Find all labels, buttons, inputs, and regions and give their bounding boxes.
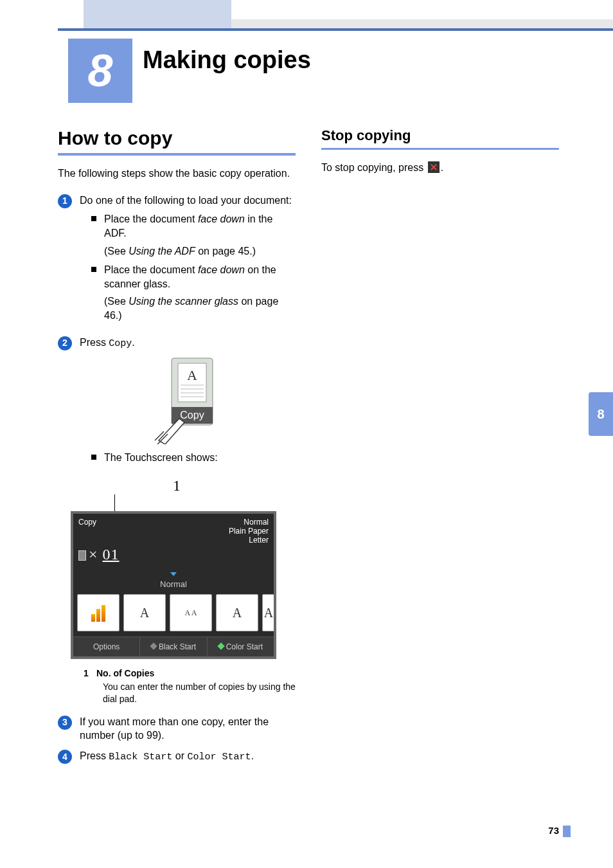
intro-text: The following steps show the basic copy … — [58, 167, 296, 181]
text: To stop copying, press — [321, 162, 427, 173]
copy-button-illustration: A Copy — [152, 354, 223, 444]
section-heading-how-to-copy: How to copy — [58, 127, 296, 149]
device-options-button: Options — [73, 637, 140, 656]
device-color-start-button: Color Start — [208, 637, 274, 656]
chapter-number-block: 8 — [68, 39, 132, 103]
step-1-bullet-2: Place the document face down on the scan… — [91, 263, 296, 322]
preset-card-more: A — [262, 594, 274, 631]
cross-ref: Using the scanner glass — [129, 296, 238, 307]
touchscreen-screenshot: 1 Copy Normal Plain Paper Letter × 01 No… — [71, 477, 283, 659]
step-2: 2 Press Copy. A Copy The Touchscreen sho… — [58, 336, 296, 471]
text: (See — [104, 296, 129, 307]
device-status-paper-type: Plain Paper — [229, 527, 269, 536]
right-column: Stop copying To stop copying, press . — [321, 127, 559, 188]
device-mode-row: Normal — [73, 566, 274, 592]
text: . — [132, 337, 134, 348]
text: or — [172, 750, 187, 761]
screenshot-legend: 1No. of Copies You can enter the number … — [84, 668, 296, 704]
header-rule — [58, 28, 613, 31]
device-mode-label: Normal — [160, 579, 187, 589]
page-number: 73 — [548, 825, 559, 836]
chevron-down-icon — [170, 572, 177, 576]
label: Black Start — [159, 642, 196, 651]
stop-copying-text: To stop copying, press . — [321, 161, 559, 175]
diamond-icon — [150, 643, 157, 650]
device-black-start-button: Black Start — [140, 637, 207, 656]
label: Color Start — [226, 642, 263, 651]
preset-card-enlarge: A — [216, 594, 258, 631]
text: The Touchscreen shows: — [104, 451, 296, 465]
preset-card-2in1: A A — [170, 594, 212, 631]
callout-leader-line — [114, 494, 115, 511]
step-badge-1: 1 — [58, 194, 72, 208]
left-column: How to copy The following steps show the… — [58, 127, 296, 770]
step-badge-3: 3 — [58, 716, 72, 730]
page-number-accent — [563, 826, 571, 837]
cancel-x-icon — [428, 161, 440, 173]
emphasis: face down — [198, 213, 245, 224]
device-status-paper-size: Letter — [249, 536, 269, 545]
copy-count-value: 01 — [103, 546, 120, 563]
diamond-icon — [217, 643, 224, 650]
step-badge-2: 2 — [58, 336, 72, 350]
legend-title: No. of Copies — [96, 668, 154, 678]
heading-rule — [58, 153, 296, 156]
step-1-lead: Do one of the following to load your doc… — [80, 194, 296, 208]
legend-number: 1 — [84, 668, 96, 678]
text: . — [251, 750, 254, 761]
callout-number-1: 1 — [71, 477, 283, 494]
step-badge-4: 4 — [58, 750, 72, 764]
heading-rule — [321, 148, 559, 150]
key-label: Black Start — [109, 752, 172, 763]
step-1: 1 Do one of the following to load your d… — [58, 194, 296, 329]
chapter-title: Making copies — [143, 46, 311, 74]
section-heading-stop-copying: Stop copying — [321, 127, 559, 144]
key-label: Color Start — [188, 752, 251, 763]
text: . — [441, 162, 443, 173]
text: × — [89, 546, 98, 563]
preset-card-chart — [77, 594, 120, 631]
step-3: 3 If you want more than one copy, enter … — [58, 715, 296, 743]
legend-description: You can enter the number of copies by us… — [103, 681, 296, 704]
text: Press — [80, 750, 109, 761]
step-3-text: If you want more than one copy, enter th… — [80, 715, 296, 743]
device-copy-count: × 01 — [73, 546, 274, 566]
device-title: Copy — [78, 518, 96, 545]
device-status-quality: Normal — [244, 518, 269, 527]
text: on page 45.) — [195, 246, 256, 257]
preset-card-text: A — [123, 594, 166, 631]
text: Press — [80, 337, 109, 348]
svg-text:A: A — [187, 367, 197, 383]
text: Place the document — [104, 264, 198, 275]
text: (See — [104, 246, 129, 257]
svg-text:Copy: Copy — [180, 410, 204, 420]
step-4: 4 Press Black Start or Color Start. — [58, 749, 296, 764]
text: Place the document — [104, 213, 198, 224]
touchscreen-note: The Touchscreen shows: — [91, 451, 296, 465]
device-screen: Copy Normal Plain Paper Letter × 01 Norm… — [71, 511, 276, 659]
device-preset-row: A A A A A — [73, 592, 274, 637]
step-1-bullet-1: Place the document face down in the ADF.… — [91, 212, 296, 258]
cross-ref: Using the ADF — [129, 246, 195, 257]
key-label: Copy — [109, 338, 132, 349]
emphasis: face down — [198, 264, 245, 275]
header-blue-block — [84, 0, 231, 28]
chapter-side-tab: 8 — [589, 392, 613, 436]
page-icon — [78, 550, 86, 561]
